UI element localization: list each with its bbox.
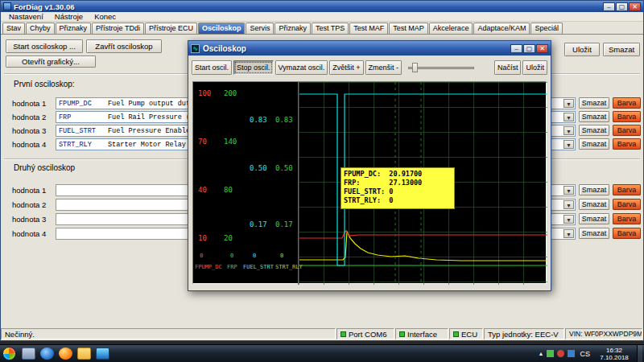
- scope-display: 100 70 40 10 200 140 80 20 0.83 0.50 0.1…: [192, 81, 547, 284]
- dialog-titlebar[interactable]: Osciloskop: [188, 41, 551, 56]
- row-color-button[interactable]: Barva: [613, 138, 641, 150]
- delete-preset-button[interactable]: Smazat: [603, 43, 640, 56]
- load-button[interactable]: Načíst: [494, 60, 522, 75]
- dialog-close-button[interactable]: [536, 44, 548, 53]
- port-led-icon: [341, 331, 346, 337]
- taskbar-firefox-icon[interactable]: [59, 348, 72, 360]
- timebase-slider[interactable]: [408, 62, 474, 73]
- tooltip-line: FPUMP_DC: 20.91700: [344, 170, 452, 179]
- row-color-button[interactable]: Barva: [613, 125, 641, 136]
- scale-strt-rly: 0.17: [275, 220, 293, 228]
- start-button[interactable]: [2, 347, 16, 360]
- row-delete-button[interactable]: Smazat: [579, 138, 609, 150]
- tray-icon-green[interactable]: [547, 350, 554, 357]
- channel-strt-rly-label: STRT_RLY: [275, 264, 303, 270]
- taskbar-media-icon[interactable]: [96, 348, 109, 360]
- slider-thumb[interactable]: [412, 63, 418, 72]
- row-delete-button[interactable]: Smazat: [579, 213, 609, 224]
- tab-test-tps[interactable]: Test TPS: [312, 23, 349, 34]
- status-ecu: ECU: [449, 328, 483, 339]
- titlebar[interactable]: ForDiag v1.30.06: [1, 1, 643, 12]
- trace-FPUMP_DC: [299, 231, 547, 238]
- combo-dropdown-icon[interactable]: [564, 200, 574, 209]
- scale-strt-rly: 0.50: [275, 164, 293, 172]
- tab-priznaky-2[interactable]: Přiznaky: [275, 23, 311, 34]
- tab-priznaky[interactable]: Přiznaky: [56, 23, 92, 34]
- combo-dropdown-icon[interactable]: [564, 186, 574, 195]
- signal-name: FUEL_STRT: [59, 127, 107, 135]
- close-button[interactable]: [629, 2, 641, 11]
- tab-pristroje-ecu[interactable]: Přístroje ECU: [145, 23, 197, 34]
- row-label: hodnota 4: [12, 140, 46, 149]
- show-desktop-button[interactable]: [637, 345, 642, 362]
- dialog-minimize-button[interactable]: [510, 44, 522, 53]
- row-delete-button[interactable]: Smazat: [579, 97, 609, 109]
- row-color-button[interactable]: Barva: [613, 228, 641, 239]
- row-label: hodnota 2: [12, 200, 46, 209]
- combo-dropdown-icon[interactable]: [564, 99, 574, 108]
- menu-nastroje[interactable]: Nástroje: [50, 12, 88, 21]
- row-color-button[interactable]: Barva: [613, 111, 641, 122]
- tab-test-maf[interactable]: Test MAF: [349, 23, 388, 34]
- tab-stav[interactable]: Stav: [2, 23, 25, 34]
- row-delete-button[interactable]: Smazat: [579, 184, 609, 195]
- tab-special[interactable]: Speciál: [530, 23, 563, 34]
- tab-chyby[interactable]: Chyby: [26, 23, 55, 34]
- row-delete-button[interactable]: Smazat: [579, 228, 609, 239]
- combo-dropdown-icon[interactable]: [564, 126, 574, 135]
- stop-oscil-button[interactable]: Stop oscil.: [233, 60, 274, 75]
- maximize-button[interactable]: [616, 2, 628, 11]
- save-button[interactable]: Uložit: [522, 60, 547, 75]
- clear-oscil-button[interactable]: Vymazat oscil.: [275, 60, 328, 75]
- taskbar-browser-icon[interactable]: [40, 348, 54, 360]
- system-tray: ▲ CS 16:32 7.10.2018: [539, 345, 644, 362]
- start-oscil-button[interactable]: Start oscil.: [192, 60, 232, 75]
- menu-konec[interactable]: Konec: [89, 12, 121, 21]
- tray-icon-red[interactable]: [557, 350, 564, 357]
- row-color-button[interactable]: Barva: [613, 184, 641, 195]
- second-oscilloscope-label: Druhý osciloskop: [14, 163, 75, 172]
- start-oscilloscope-button[interactable]: Start osciloskop ...: [6, 39, 83, 53]
- row-color-button[interactable]: Barva: [613, 213, 641, 224]
- row-delete-button[interactable]: Smazat: [579, 111, 609, 122]
- row-color-button[interactable]: Barva: [613, 97, 641, 109]
- signal-name: FPUMP_DC: [59, 100, 107, 108]
- value-strt-rly: 0: [280, 253, 283, 259]
- tab-akcelerace[interactable]: Akcelerace: [429, 23, 473, 34]
- row-color-button[interactable]: Barva: [613, 199, 641, 210]
- clock[interactable]: 16:32 7.10.2018: [595, 347, 634, 361]
- zoom-out-button[interactable]: Zmenšit -: [365, 60, 402, 75]
- combo-dropdown-icon[interactable]: [564, 113, 574, 121]
- row-delete-button[interactable]: Smazat: [579, 125, 609, 136]
- save-preset-button[interactable]: Uložit: [564, 43, 600, 56]
- channel-fpump-label: FPUMP_DC: [195, 264, 222, 270]
- scale-fuel-strt: 0.17: [250, 220, 267, 228]
- minimize-button[interactable]: [603, 2, 615, 11]
- tray-icon-blue[interactable]: [568, 350, 575, 357]
- combo-dropdown-icon[interactable]: [564, 215, 574, 224]
- language-indicator[interactable]: CS: [578, 350, 592, 358]
- row-delete-button[interactable]: Smazat: [579, 199, 609, 210]
- row-label: hodnota 4: [12, 229, 46, 238]
- tab-test-map[interactable]: Test MAP: [389, 23, 428, 34]
- channel-fuel-strt-label: FUEL_STRT: [243, 264, 274, 270]
- tab-pristroje-tddi[interactable]: Přístroje TDdi: [92, 23, 144, 34]
- dialog-maximize-button[interactable]: [523, 44, 535, 53]
- tab-servis[interactable]: Servis: [246, 23, 274, 34]
- open-graph-viewer-button[interactable]: Otevřít grafický...: [6, 56, 96, 68]
- tab-adaptace-kam[interactable]: Adaptace/KAM: [473, 23, 530, 34]
- status-interface: Interface: [395, 328, 448, 339]
- taskbar-folder-icon[interactable]: [77, 348, 91, 360]
- combo-dropdown-icon[interactable]: [564, 229, 574, 238]
- menu-nastaveni[interactable]: Nastavení: [4, 12, 48, 21]
- combo-dropdown-icon[interactable]: [564, 140, 574, 149]
- tray-expand-icon[interactable]: ▲: [539, 351, 544, 356]
- scale-fuel-strt: 0.50: [250, 164, 267, 172]
- ecu-led-icon: [453, 331, 459, 337]
- close-oscilloscope-button[interactable]: Zavřít osciloskop: [86, 39, 162, 53]
- taskbar: ▲ CS 16:32 7.10.2018: [0, 344, 644, 362]
- zoom-in-button[interactable]: Zvětšit +: [329, 60, 363, 75]
- taskbar-window-icon[interactable]: [22, 348, 35, 360]
- tab-osciloskop[interactable]: Osciloskop: [198, 23, 246, 34]
- status-state: Nečinný.: [1, 328, 336, 339]
